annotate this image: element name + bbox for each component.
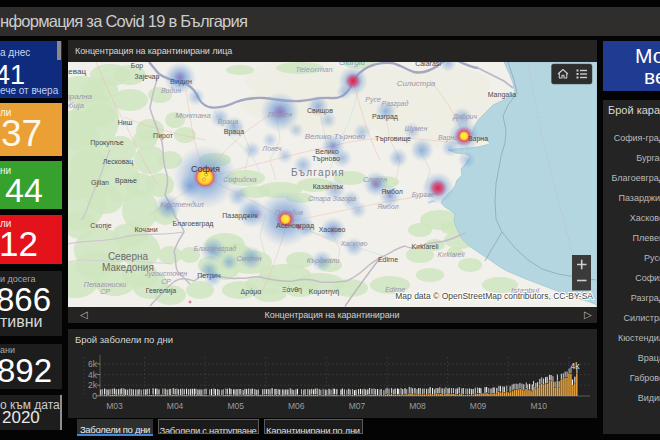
svg-text:Хасково: Хасково — [319, 226, 346, 233]
svg-text:София: София — [191, 164, 220, 174]
svg-text:Видин: Видин — [161, 87, 181, 94]
svg-text:СР: СР — [161, 278, 171, 285]
svg-text:Бор: Бор — [131, 62, 143, 70]
svg-text:M08: M08 — [409, 401, 426, 411]
svg-text:Зајечар: Зајечар — [135, 73, 160, 81]
svg-text:Бургас: Бургас — [412, 191, 435, 199]
svg-text:Крагујевац: Крагујевац — [68, 67, 86, 76]
svg-text:Северна: Северна — [108, 251, 149, 262]
svg-text:Кочани: Кочани — [134, 226, 157, 233]
svg-text:Стара Загора: Стара Загора — [308, 195, 356, 203]
svg-text:СР: СР — [100, 288, 110, 295]
svg-text:Mangalia: Mangalia — [488, 91, 517, 99]
svg-text:4k: 4k — [571, 361, 581, 371]
svg-text:Централна: Централна — [68, 92, 93, 101]
svg-text:Силистра: Силистра — [397, 79, 436, 88]
svg-text:Казанлък: Казанлък — [313, 183, 344, 190]
svg-text:2k: 2k — [88, 380, 98, 390]
svg-text:Југоисточен: Југоисточен — [144, 270, 188, 278]
svg-text:Teleorman: Teleorman — [295, 65, 333, 74]
svg-text:Ξάνθη: Ξάνθη — [282, 286, 302, 294]
svg-text:Δράμα: Δράμα — [241, 288, 262, 296]
svg-text:Kırklareli: Kırklareli — [411, 243, 439, 250]
svg-text:Кюстендил: Кюстендил — [160, 200, 204, 209]
svg-text:Ниш: Ниш — [118, 119, 133, 126]
svg-text:Edirne: Edirne — [378, 256, 398, 263]
svg-text:Ловеч: Ловеч — [261, 145, 282, 152]
svg-text:Хасково: Хасково — [340, 240, 368, 247]
svg-text:Враца: Враца — [224, 128, 244, 136]
svg-text:Търговище: Търговище — [375, 135, 411, 143]
svg-text:Софийска: Софийска — [223, 176, 256, 184]
svg-text:Ямбол: Ямбол — [381, 188, 403, 195]
svg-text:Gjilan: Gjilan — [91, 179, 109, 187]
svg-text:Giurgiu: Giurgiu — [339, 62, 365, 67]
svg-text:Варна: Варна — [438, 134, 458, 142]
svg-text:Прокупље: Прокупље — [90, 139, 124, 147]
svg-text:Враца: Враца — [218, 118, 239, 126]
svg-text:Сливен: Сливен — [363, 176, 387, 183]
svg-text:Пирот: Пирот — [153, 132, 174, 140]
svg-text:Свищов: Свищов — [307, 107, 333, 115]
svg-text:Србија: Србија — [68, 101, 85, 110]
svg-text:Ямбол: Ямбол — [376, 203, 398, 210]
svg-text:Гевгелија: Гевгелија — [146, 287, 177, 295]
svg-text:4k: 4k — [88, 370, 98, 380]
svg-text:Пелагониски: Пелагониски — [84, 281, 126, 288]
svg-text:Смолян: Смолян — [236, 255, 261, 262]
svg-text:M09: M09 — [470, 401, 487, 411]
svg-text:Kırklareli: Kırklareli — [437, 251, 465, 258]
svg-text:6k: 6k — [88, 359, 98, 369]
svg-text:Разград: Разград — [372, 113, 398, 121]
svg-text:Благоевград: Благоевград — [194, 245, 236, 253]
svg-text:Русе: Русе — [365, 96, 381, 104]
svg-text:M07: M07 — [349, 401, 366, 411]
svg-text:M05: M05 — [227, 401, 244, 411]
svg-text:M10: M10 — [530, 401, 547, 411]
svg-text:Пловдив: Пловдив — [275, 209, 303, 216]
svg-text:България: България — [291, 167, 345, 178]
svg-text:Велико: Велико — [315, 148, 338, 155]
svg-text:Благоевград: Благоевград — [173, 220, 214, 228]
svg-text:M06: M06 — [288, 401, 305, 411]
svg-text:Map data © OpenStreetMap contr: Map data © OpenStreetMap contributors, C… — [395, 291, 593, 301]
svg-text:Врање: Врање — [115, 177, 137, 185]
svg-text:Петрич: Петрич — [197, 272, 221, 280]
svg-text:M04: M04 — [167, 401, 184, 411]
svg-text:Лесковац: Лесковац — [103, 158, 134, 166]
svg-text:Добрич: Добрич — [452, 113, 478, 121]
svg-text:Κομοτηνή: Κομοτηνή — [309, 288, 339, 296]
svg-text:Видин: Видин — [170, 77, 192, 86]
svg-text:Шумен: Шумен — [405, 125, 428, 133]
svg-text:Варна: Варна — [468, 135, 488, 143]
svg-text:Кърджали: Кърджали — [307, 257, 340, 265]
svg-text:Пазарджик: Пазарджик — [222, 212, 258, 220]
svg-text:Асеновград: Асеновград — [276, 222, 314, 230]
svg-text:Скопје: Скопје — [90, 222, 111, 230]
svg-text:Търново: Търново — [312, 155, 340, 163]
svg-text:M03: M03 — [106, 401, 123, 411]
svg-text:Монтана: Монтана — [175, 111, 211, 120]
svg-text:Плевен: Плевен — [268, 111, 292, 118]
svg-text:Разград: Разград — [382, 100, 409, 108]
svg-text:Велико Търново: Велико Търново — [305, 132, 366, 141]
